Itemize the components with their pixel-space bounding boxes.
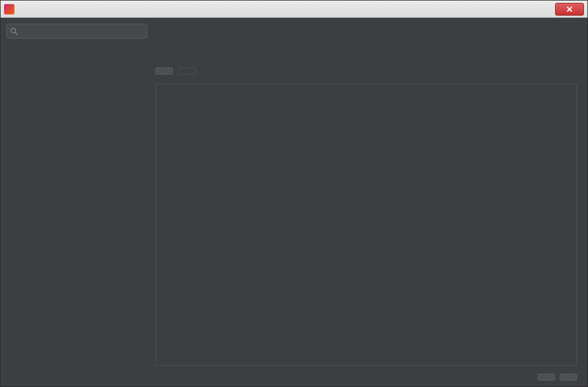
app-icon	[4, 4, 14, 14]
dialog-footer	[155, 366, 577, 381]
main-panel	[155, 24, 582, 381]
mgmt-buttons	[155, 68, 577, 75]
svg-line-1	[15, 32, 17, 35]
dialog-content	[1, 18, 587, 386]
window-close-button[interactable]	[555, 3, 584, 16]
search-icon	[10, 28, 18, 35]
install-template-button[interactable]	[155, 68, 173, 75]
delete-button[interactable]	[178, 68, 196, 75]
cancel-button[interactable]	[560, 374, 577, 381]
search-box[interactable]	[6, 24, 147, 39]
titlebar	[1, 1, 587, 18]
sidebar	[6, 24, 147, 381]
close-icon	[566, 6, 573, 13]
reload-button[interactable]	[538, 374, 555, 381]
svg-point-0	[11, 28, 16, 33]
template-list	[6, 42, 147, 381]
search-input[interactable]	[20, 27, 143, 36]
templates-area	[155, 84, 577, 366]
